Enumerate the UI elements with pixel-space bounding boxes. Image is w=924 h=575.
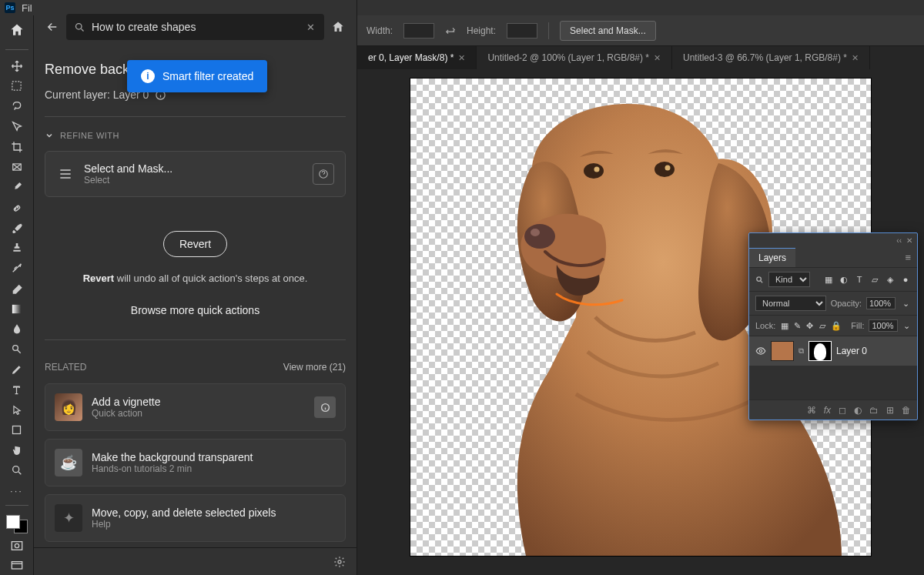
- fill-input[interactable]: [869, 319, 898, 332]
- info-badge[interactable]: [314, 396, 336, 418]
- crop-tool[interactable]: [8, 139, 26, 155]
- history-brush-tool[interactable]: [8, 260, 26, 276]
- panel-home-button[interactable]: [330, 19, 346, 35]
- filter-type-icon[interactable]: T: [854, 274, 865, 285]
- refine-with-header[interactable]: REFINE WITH: [45, 131, 346, 140]
- add-mask-icon[interactable]: ◻: [839, 405, 846, 416]
- related-item[interactable]: 👩 Add a vignette Quick action: [45, 383, 346, 431]
- gear-icon[interactable]: [333, 556, 346, 568]
- quick-mask-toggle[interactable]: [8, 538, 26, 553]
- help-badge[interactable]: [313, 163, 334, 185]
- related-item[interactable]: ☕ Make the background transparent Hands-…: [45, 439, 346, 486]
- layer-row[interactable]: ⧉ Layer 0: [749, 336, 917, 366]
- foreground-color[interactable]: [6, 515, 20, 529]
- svg-point-21: [594, 167, 600, 172]
- svg-point-16: [338, 560, 341, 563]
- document-tab[interactable]: Untitled-2 @ 100% (Layer 1, RGB/8#) *✕: [477, 46, 672, 69]
- shape-tool[interactable]: [8, 423, 26, 438]
- marquee-tool[interactable]: [8, 79, 26, 94]
- chevron-down-icon[interactable]: ⌄: [900, 298, 911, 309]
- visibility-toggle[interactable]: [755, 346, 766, 356]
- brush-tool[interactable]: [8, 220, 26, 236]
- home-button[interactable]: [5, 20, 28, 39]
- panel-menu-icon[interactable]: ≡: [899, 252, 917, 263]
- search-input[interactable]: [92, 21, 298, 33]
- height-input[interactable]: [507, 23, 537, 38]
- close-tab-icon[interactable]: ✕: [654, 53, 661, 63]
- layers-tab[interactable]: Layers: [749, 248, 795, 267]
- color-swatches[interactable]: [6, 515, 28, 533]
- menu-file[interactable]: Fil: [22, 2, 32, 14]
- link-layers-icon[interactable]: ⌘: [807, 405, 816, 416]
- lock-transparency-icon[interactable]: ▦: [780, 320, 788, 331]
- blend-row: Normal Opacity: ⌄: [749, 291, 917, 315]
- type-tool[interactable]: [8, 382, 26, 397]
- svg-point-4: [17, 206, 18, 207]
- select-and-mask-button[interactable]: Select and Mask...: [560, 21, 656, 41]
- filter-smart-icon[interactable]: ◈: [885, 274, 896, 285]
- related-item[interactable]: ✦ Move, copy, and delete selected pixels…: [45, 494, 346, 542]
- mask-link-icon[interactable]: ⧉: [798, 346, 804, 356]
- tab-label: Untitled-2 @ 100% (Layer 1, RGB/8#) *: [487, 52, 649, 63]
- swap-dimensions-icon[interactable]: [445, 25, 456, 36]
- dodge-tool[interactable]: [8, 342, 26, 357]
- zoom-tool[interactable]: [8, 463, 26, 478]
- collapse-icon[interactable]: ‹‹: [896, 236, 902, 245]
- filter-toggle-icon[interactable]: ●: [900, 274, 911, 285]
- blend-mode-select[interactable]: Normal: [755, 296, 826, 311]
- adjustment-layer-icon[interactable]: ◐: [854, 405, 862, 416]
- lock-position-icon[interactable]: ✥: [805, 320, 814, 331]
- select-and-mask-card[interactable]: Select and Mask... Select: [45, 151, 346, 197]
- eyedropper-tool[interactable]: [8, 179, 26, 195]
- fx-icon[interactable]: fx: [824, 405, 831, 416]
- svg-point-8: [12, 466, 18, 473]
- search-box[interactable]: ✕: [66, 14, 324, 40]
- revert-button[interactable]: Revert: [163, 231, 227, 257]
- filter-shape-icon[interactable]: ▱: [869, 274, 880, 285]
- revert-description: Revert will undo all of quick action's s…: [45, 272, 346, 284]
- hand-tool[interactable]: [8, 443, 26, 458]
- lasso-tool[interactable]: [8, 99, 26, 114]
- frame-tool[interactable]: [8, 159, 26, 175]
- svg-point-22: [665, 165, 671, 171]
- svg-point-12: [76, 23, 82, 29]
- width-input[interactable]: [403, 23, 434, 38]
- lock-brush-icon[interactable]: ✎: [793, 320, 802, 331]
- close-panel-icon[interactable]: ✕: [906, 236, 912, 245]
- delete-layer-icon[interactable]: 🗑: [902, 405, 911, 416]
- path-select-tool[interactable]: [8, 402, 26, 417]
- filter-adjust-icon[interactable]: ◐: [839, 274, 849, 285]
- clear-search-button[interactable]: ✕: [304, 21, 316, 33]
- close-tab-icon[interactable]: ✕: [852, 53, 859, 63]
- back-button[interactable]: [45, 19, 60, 35]
- document-tab[interactable]: er 0, Layer Mask/8) *✕: [357, 46, 477, 69]
- stamp-tool[interactable]: [8, 240, 26, 256]
- layer-name[interactable]: Layer 0: [836, 346, 867, 356]
- quick-select-tool[interactable]: [8, 119, 26, 134]
- filter-kind-select[interactable]: Kind: [768, 272, 810, 287]
- group-icon[interactable]: 🗀: [869, 405, 879, 416]
- view-more-link[interactable]: View more (21): [283, 362, 346, 373]
- related-title: Make the background transparent: [92, 451, 336, 463]
- chevron-down-icon[interactable]: ⌄: [902, 320, 911, 331]
- browse-more-link[interactable]: Browse more quick actions: [45, 304, 346, 316]
- move-tool[interactable]: [8, 58, 26, 73]
- pen-tool[interactable]: [8, 362, 26, 377]
- layer-thumbnail[interactable]: [771, 341, 794, 361]
- edit-toolbar[interactable]: ···: [8, 483, 26, 499]
- healing-tool[interactable]: [8, 199, 26, 215]
- eraser-tool[interactable]: [8, 281, 26, 296]
- new-layer-icon[interactable]: ⊞: [886, 405, 894, 416]
- filter-pixel-icon[interactable]: ▦: [823, 274, 834, 285]
- close-tab-icon[interactable]: ✕: [458, 53, 465, 63]
- lock-all-icon[interactable]: 🔒: [831, 320, 842, 331]
- mask-thumbnail[interactable]: [808, 341, 832, 361]
- document-tab[interactable]: Untitled-3 @ 66.7% (Layer 1, RGB/8#) *✕: [672, 46, 870, 69]
- gradient-tool[interactable]: [8, 301, 26, 316]
- layers-empty-area[interactable]: [749, 366, 917, 399]
- lock-artboard-icon[interactable]: ▱: [819, 320, 827, 331]
- blur-tool[interactable]: [8, 321, 26, 336]
- opacity-input[interactable]: [866, 297, 896, 309]
- layers-panel[interactable]: ‹‹ ✕ Layers ≡ Kind ▦ ◐ T ▱ ◈ ● Normal Op…: [748, 232, 918, 420]
- screen-mode-toggle[interactable]: [8, 558, 26, 573]
